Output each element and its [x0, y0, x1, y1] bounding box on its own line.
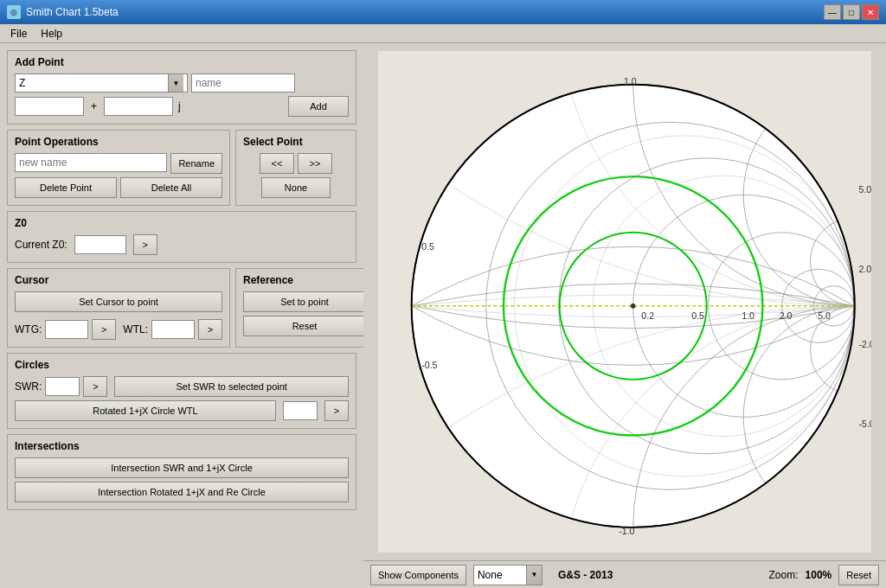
- none-point-button[interactable]: None: [261, 177, 331, 198]
- wtl-label: WTL:: [123, 323, 148, 336]
- plus-sign: +: [91, 100, 97, 112]
- name-input[interactable]: [191, 74, 295, 93]
- intersections-section: Intersections Intersection SWR and 1+jX …: [7, 434, 356, 510]
- z0-title: Z0: [15, 217, 349, 229]
- reset-zoom-button[interactable]: Reset: [838, 565, 879, 585]
- imag-value-input[interactable]: 0.0: [104, 97, 173, 116]
- rotated-circle-button[interactable]: Rotated 1+jX Circle WTL: [15, 400, 276, 421]
- app-icon: ◎: [7, 5, 21, 19]
- add-point-title: Add Point: [15, 56, 349, 68]
- wtl-set-button[interactable]: >: [198, 319, 222, 340]
- window-controls: — □ ✕: [824, 4, 879, 20]
- reset-reference-button[interactable]: Reset: [243, 316, 363, 336]
- rot-input[interactable]: 0: [283, 401, 318, 420]
- z-dropdown-value: Z: [19, 77, 25, 89]
- zoom-label: Zoom:: [769, 569, 799, 581]
- new-name-input[interactable]: [15, 153, 167, 172]
- none-dropdown-value: None: [474, 569, 526, 581]
- wtl-input[interactable]: 0.25: [151, 320, 195, 339]
- select-point-section: Select Point << >> None: [235, 130, 356, 206]
- svg-text:1.0: 1.0: [624, 76, 637, 86]
- j-sign: j: [178, 100, 181, 112]
- set-swr-button[interactable]: Set SWR to selected point: [114, 376, 349, 397]
- menu-help[interactable]: Help: [34, 26, 69, 42]
- cursor-title: Cursor: [15, 274, 222, 286]
- circles-title: Circles: [15, 359, 349, 371]
- select-point-title: Select Point: [243, 136, 349, 148]
- delete-all-button[interactable]: Delete All: [120, 177, 222, 198]
- z0-section: Z0 Current Z0: 50 >: [7, 211, 356, 263]
- prev-point-button[interactable]: <<: [260, 153, 294, 174]
- next-point-button[interactable]: >>: [298, 153, 332, 174]
- left-panel: Add Point Z ▼ 0.0 + 0.0 j Add Point Oper…: [0, 43, 363, 588]
- current-z0-label: Current Z0:: [15, 239, 67, 251]
- svg-text:2.0: 2.0: [859, 264, 871, 274]
- svg-text:-0.5: -0.5: [421, 360, 437, 370]
- main-container: Add Point Z ▼ 0.0 + 0.0 j Add Point Oper…: [0, 43, 886, 588]
- maximize-button[interactable]: □: [843, 4, 860, 20]
- menu-file[interactable]: File: [3, 26, 34, 42]
- swr-label: SWR:: [15, 380, 42, 393]
- intersection-rotated-button[interactable]: Intersection Rotated 1+jX and Re Circle: [15, 482, 349, 502]
- set-to-point-button[interactable]: Set to point: [243, 291, 363, 312]
- svg-text:5.0: 5.0: [818, 310, 831, 321]
- point-operations-section: Point Operations Rename Delete Point Del…: [7, 130, 230, 206]
- add-point-section: Add Point Z ▼ 0.0 + 0.0 j Add: [7, 50, 356, 125]
- svg-text:-1.0: -1.0: [619, 526, 634, 536]
- swr-input[interactable]: 2: [45, 377, 80, 396]
- show-components-button[interactable]: Show Components: [370, 565, 466, 585]
- z0-input[interactable]: 50: [74, 235, 126, 254]
- copyright: G&S - 2013: [558, 569, 613, 581]
- smith-chart: 0.2 0.5 1.0 2.0 5.0 1.0 2.0 5.0 -2.0 -5.…: [378, 51, 871, 553]
- svg-text:-5.0: -5.0: [859, 419, 871, 429]
- svg-text:0.5: 0.5: [421, 241, 434, 252]
- delete-point-button[interactable]: Delete Point: [15, 177, 117, 198]
- wtg-input[interactable]: 0.25: [45, 320, 88, 339]
- svg-text:2.0: 2.0: [780, 310, 793, 321]
- cursor-reference-row: Cursor Set Cursor to point WTG: 0.25 > W…: [7, 268, 356, 348]
- zoom-value: 100%: [806, 569, 832, 581]
- point-ops-row: Point Operations Rename Delete Point Del…: [7, 130, 356, 206]
- intersection-swr-button[interactable]: Intersection SWR and 1+jX Circle: [15, 457, 349, 478]
- svg-text:-2.0: -2.0: [859, 339, 871, 349]
- intersections-title: Intersections: [15, 440, 349, 452]
- menu-bar: File Help: [0, 24, 886, 43]
- swr-set-button[interactable]: >: [83, 376, 107, 397]
- window-title: Smith Chart 1.5beta: [26, 6, 119, 18]
- none-dropdown[interactable]: None ▼: [473, 565, 543, 585]
- z-dropdown-arrow: ▼: [168, 74, 183, 92]
- wtg-set-button[interactable]: >: [92, 319, 116, 340]
- circles-section: Circles SWR: 2 > Set SWR to selected poi…: [7, 353, 356, 429]
- title-bar: ◎ Smith Chart 1.5beta — □ ✕: [0, 0, 886, 24]
- chart-area: 0.2 0.5 1.0 2.0 5.0 1.0 2.0 5.0 -2.0 -5.…: [363, 43, 886, 560]
- svg-text:5.0: 5.0: [859, 184, 871, 195]
- point-operations-title: Point Operations: [15, 136, 222, 148]
- rot-set-button[interactable]: >: [324, 400, 349, 421]
- svg-text:0.2: 0.2: [641, 310, 654, 321]
- reference-title: Reference: [243, 274, 363, 286]
- z-dropdown[interactable]: Z ▼: [15, 74, 188, 93]
- svg-text:1.0: 1.0: [742, 310, 754, 321]
- bottom-bar: Show Components None ▼ G&S - 2013 Zoom: …: [363, 560, 886, 588]
- cursor-section: Cursor Set Cursor to point WTG: 0.25 > W…: [7, 268, 230, 348]
- svg-point-37: [631, 304, 636, 309]
- right-panel: 0.2 0.5 1.0 2.0 5.0 1.0 2.0 5.0 -2.0 -5.…: [363, 43, 886, 588]
- add-button[interactable]: Add: [288, 96, 349, 117]
- minimize-button[interactable]: —: [824, 4, 841, 20]
- reference-section: Reference Set to point Reset: [235, 268, 363, 348]
- none-dropdown-arrow: ▼: [526, 566, 542, 585]
- rename-button[interactable]: Rename: [170, 153, 222, 174]
- set-cursor-button[interactable]: Set Cursor to point: [15, 291, 222, 312]
- wtg-label: WTG:: [15, 323, 42, 336]
- close-button[interactable]: ✕: [862, 4, 879, 20]
- svg-text:0.5: 0.5: [691, 310, 704, 321]
- real-value-input[interactable]: 0.0: [15, 97, 84, 116]
- z0-set-button[interactable]: >: [133, 234, 157, 255]
